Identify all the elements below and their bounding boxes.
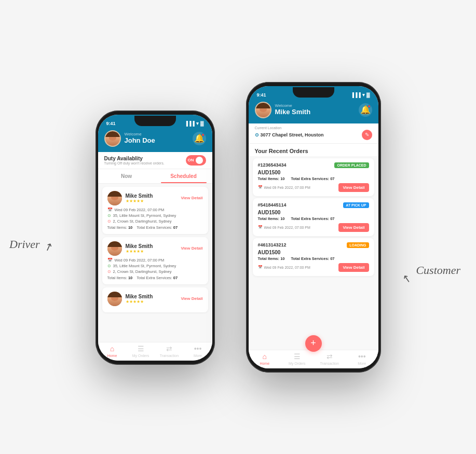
notch-driver — [134, 116, 176, 126]
order-view-detail-2[interactable]: View Detail — [181, 246, 202, 251]
customer-screen: 9:41 ▐▐▐ ▾ ▓ Welcome Mi — [249, 86, 378, 368]
status-icons-driver: ▐▐▐ ▾ ▓ — [185, 121, 204, 126]
status-icons-customer: ▐▐▐ ▾ ▓ — [351, 92, 370, 98]
cal-icon-c2: 📅 — [258, 225, 263, 229]
customer-nav-more[interactable]: ••• More — [346, 352, 378, 365]
view-detail-btn-c3[interactable]: View Detail — [338, 263, 369, 272]
view-detail-btn-c1[interactable]: View Detail — [338, 183, 369, 192]
order-footer-3: 📅 Wed 09 Feb 2022, 07:00 PM View Detail — [258, 263, 369, 272]
tab-now[interactable]: Now — [98, 169, 155, 183]
customer-arrow: ↗ — [401, 272, 412, 286]
items-count-2: 10 — [280, 216, 284, 221]
transaction-icon-customer: ⇄ — [327, 352, 333, 361]
driver-nav-home[interactable]: ⌂ Home — [98, 345, 127, 357]
tabs-driver: Now Scheduled — [98, 169, 212, 184]
order-date-row-1: 📅 Wed 09 Feb 2022, 07:00 PM — [107, 208, 203, 212]
order-name-section-1: Mike Smith ★★★★★ — [126, 193, 178, 203]
location-edit-button[interactable]: ✎ — [362, 130, 372, 140]
total-extra-label-2: Total Extra Services: 07 — [137, 276, 178, 280]
customer-order-3: #4613143212 LOADING AUD1500 Total Items:… — [253, 238, 374, 276]
customer-bottom-nav: ⌂ Home ☰ My Orders ⇄ Transaction ••• Mor… — [249, 350, 378, 368]
time-customer: 9:41 — [257, 92, 266, 98]
toggle-circle — [196, 157, 203, 164]
driver-nav-more[interactable]: ••• More — [184, 345, 212, 357]
duty-toggle[interactable]: ON — [186, 155, 206, 166]
location-address: 3077 Chapel Street, Houston — [261, 132, 324, 137]
pickup-icon-2: ⊙ — [107, 264, 111, 268]
order-footer-1: 📅 Wed 09 Feb 2022, 07:00 PM View Detail — [258, 183, 369, 192]
recent-orders-title: Your Recent Orders — [249, 144, 378, 156]
duty-text: Duty Availablity Turning Off duty won't … — [104, 156, 165, 165]
items-count-3: 10 — [280, 256, 284, 261]
home-icon-customer: ⌂ — [263, 352, 267, 361]
order-totals-1: Total Items: 10 Total Extra Services: 07 — [107, 225, 203, 230]
wifi-icon: ▾ — [196, 121, 199, 126]
more-icon-driver: ••• — [194, 345, 202, 353]
fab-add-button[interactable]: + — [305, 335, 322, 352]
driver-welcome: Welcome — [125, 132, 155, 136]
view-detail-btn-c2[interactable]: View Detail — [338, 223, 369, 232]
home-label-customer: Home — [260, 362, 269, 365]
total-extra-label-1: Total Extra Services: 07 — [137, 225, 178, 230]
driver-phone: 9:41 ▐▐▐ ▾ ▓ Welcome Jo — [96, 111, 215, 365]
location-text: ⊙ 3077 Chapel Street, Houston — [255, 132, 324, 137]
driver-nav-orders[interactable]: ☰ My Orders — [127, 345, 155, 357]
orders-icon-driver: ☰ — [138, 345, 144, 353]
customer-user-info: Welcome Mike Smith — [275, 103, 311, 116]
driver-hair — [105, 131, 120, 137]
driver-avatar — [104, 130, 121, 147]
order-avatar-2 — [107, 241, 122, 256]
order-name-3: Mike Smith — [126, 294, 178, 299]
order-view-detail-3[interactable]: View Detail — [181, 296, 202, 301]
customer-order-header-3: #4613143212 LOADING — [258, 242, 369, 248]
home-icon-driver: ⌂ — [110, 345, 114, 353]
order-date-c2: 📅 Wed 09 Feb 2022, 07:00 PM — [258, 225, 310, 229]
driver-bottom-nav: ⌂ Home ☰ My Orders ⇄ Transaction ••• Mor… — [98, 342, 212, 361]
customer-nav-home[interactable]: ⌂ Home — [249, 352, 281, 365]
orders-icon-customer: ☰ — [294, 352, 301, 361]
driver-bell-button[interactable]: 🔔 — [193, 132, 206, 145]
notch-customer — [293, 87, 334, 98]
customer-nav-transaction[interactable]: ⇄ Transaction — [314, 352, 346, 365]
order-items-row-3: Total Items: 10 Total Extra Services: 07 — [258, 256, 369, 261]
order-view-detail-1[interactable]: View Detail — [181, 196, 202, 200]
order-card-header-2: Mike Smith ★★★★★ View Detail — [107, 241, 203, 256]
order-number-1: #1236543434 — [258, 162, 287, 168]
order-date-1: Wed 09 Feb 2022, 07:00 PM — [115, 208, 165, 212]
header-left-customer: Welcome Mike Smith — [255, 102, 311, 118]
order-name-section-3: Mike Smith ★★★★★ — [126, 294, 178, 304]
battery-icon: ▓ — [200, 121, 204, 126]
customer-welcome: Welcome — [275, 103, 311, 108]
customer-nav-orders[interactable]: ☰ My Orders — [281, 352, 314, 365]
extra-count-2: 07 — [330, 216, 334, 221]
order-card-header-3: Mike Smith ★★★★★ View Detail — [107, 292, 203, 306]
order-number-3: #4613143212 — [258, 242, 287, 247]
order-status-1: ORDER PLACED — [334, 162, 369, 168]
order-dropoff-1: 2, Crown St, Darlinghurst, Sydney — [113, 219, 172, 224]
customer-bell-button[interactable]: 🔔 — [359, 103, 372, 117]
order-pickup-2: 35, Little Mount St, Pyrmont, Sydney — [113, 264, 176, 268]
time-driver: 9:41 — [106, 121, 116, 126]
order-amount-3: AUD1500 — [258, 250, 369, 255]
order-totals-2: Total Items: 10 Total Extra Services: 07 — [107, 276, 203, 280]
order-status-3: LOADING — [347, 242, 369, 248]
order-amount-1: AUD1500 — [258, 170, 369, 175]
toggle-label: ON — [188, 158, 194, 162]
order-status-2: AT PICK UP — [343, 202, 369, 208]
customer-order-header-2: #5418445114 AT PICK UP — [258, 202, 369, 208]
more-label-driver: More — [194, 354, 202, 357]
pickup-icon-1: ⊙ — [107, 213, 111, 218]
customer-order-2: #5418445114 AT PICK UP AUD1500 Total Ite… — [253, 198, 374, 236]
tab-scheduled[interactable]: Scheduled — [155, 169, 212, 183]
order-date-c3: 📅 Wed 09 Feb 2022, 07:00 PM — [258, 265, 310, 269]
order-stars-3: ★★★★★ — [126, 299, 178, 304]
edit-icon: ✎ — [365, 132, 369, 137]
driver-nav-transaction[interactable]: ⇄ Transaction — [155, 345, 184, 357]
location-row: ⊙ 3077 Chapel Street, Houston ✎ — [255, 130, 372, 140]
order-dropoff-row-2: ⊙ 2, Crown St, Darlinghurst, Sydney — [107, 269, 203, 274]
driver-order-card-1: Mike Smith ★★★★★ View Detail 📅 Wed 09 Fe… — [102, 187, 208, 234]
cal-icon-c1: 📅 — [258, 185, 263, 189]
driver-screen: 9:41 ▐▐▐ ▾ ▓ Welcome Jo — [98, 115, 212, 361]
extra-count-3: 07 — [330, 256, 334, 261]
driver-scroll-content: Mike Smith ★★★★★ View Detail 📅 Wed 09 Fe… — [98, 184, 212, 342]
